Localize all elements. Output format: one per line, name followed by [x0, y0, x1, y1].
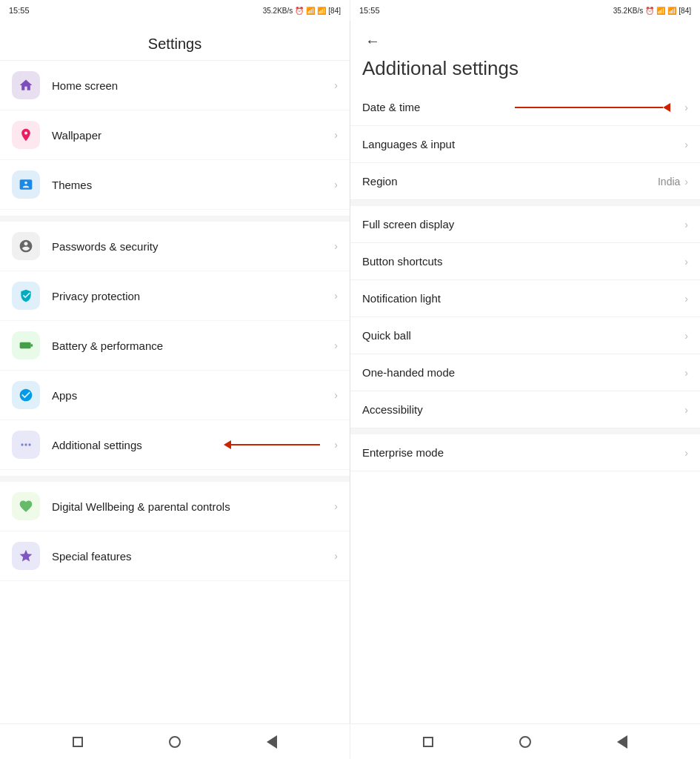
- additional-settings-arrow: ›: [334, 439, 338, 451]
- home-screen-arrow: ›: [334, 79, 338, 91]
- status-bar-left: 15:55 35.2KB/s ⏰ 📶 📶 [84]: [0, 0, 350, 21]
- themes-icon: [12, 170, 40, 199]
- network-speed-left: 35.2KB/s: [263, 7, 293, 15]
- sim-icon: 📶: [306, 7, 315, 15]
- battery-right: [84]: [679, 7, 691, 15]
- svg-point-4: [24, 443, 27, 445]
- back-button[interactable]: ←: [362, 30, 383, 53]
- digital-wellbeing-arrow: ›: [334, 500, 338, 512]
- svg-point-5: [28, 443, 30, 445]
- recents-icon-right: [423, 737, 433, 747]
- enterprise-mode-arrow: ›: [684, 447, 688, 459]
- sidebar-item-wallpaper[interactable]: Wallpaper ›: [0, 110, 350, 160]
- one-handed-mode-label: One-handed mode: [362, 366, 684, 379]
- full-screen-display-label: Full screen display: [362, 218, 684, 231]
- additional-item-languages-input[interactable]: Languages & input ›: [350, 126, 700, 163]
- battery-performance-label: Battery & performance: [52, 339, 334, 352]
- settings-list: Home screen › Wallpaper › Themes ›: [0, 61, 350, 723]
- sidebar-item-digital-wellbeing[interactable]: Digital Wellbeing & parental controls ›: [0, 482, 350, 531]
- additional-item-quick-ball[interactable]: Quick ball ›: [350, 317, 700, 354]
- screens-wrapper: MOBIGYAAN Settings Home screen › Wallpap…: [0, 21, 700, 723]
- additional-settings-header: ←: [350, 21, 700, 57]
- wallpaper-arrow: ›: [334, 129, 338, 141]
- additional-item-accessibility[interactable]: Accessibility ›: [350, 391, 700, 428]
- additional-group-1: Date & time › Languages & input › Region…: [350, 89, 700, 200]
- wallpaper-label: Wallpaper: [52, 129, 334, 142]
- date-time-arrow-left: [663, 103, 670, 112]
- digital-wellbeing-icon: [12, 492, 40, 520]
- bottom-nav-right: [350, 723, 700, 759]
- accessibility-arrow: ›: [684, 404, 688, 416]
- network-speed-right: 35.2KB/s: [613, 7, 644, 15]
- battery-performance-arrow: ›: [334, 339, 338, 351]
- passwords-security-icon: [12, 232, 40, 260]
- apps-label: Apps: [52, 389, 334, 402]
- additional-group-3: Enterprise mode ›: [350, 434, 700, 471]
- additional-divider-1: [350, 200, 700, 206]
- status-icons-left: 35.2KB/s ⏰ 📶 📶 [84]: [263, 7, 341, 15]
- arrow-line: [231, 444, 320, 445]
- accessibility-label: Accessibility: [362, 403, 684, 416]
- languages-input-arrow: ›: [684, 139, 688, 150]
- sidebar-item-passwords-security[interactable]: Passwords & security ›: [0, 222, 350, 271]
- sidebar-item-privacy-protection[interactable]: Privacy protection ›: [0, 271, 350, 321]
- enterprise-mode-label: Enterprise mode: [362, 446, 684, 459]
- home-button[interactable]: [167, 734, 183, 750]
- additional-settings-title: Additional settings: [350, 57, 700, 89]
- sim-icon-right: 📶: [656, 7, 665, 15]
- status-bar: 15:55 35.2KB/s ⏰ 📶 📶 [84] 15:55 35.2KB/s…: [0, 0, 700, 21]
- status-icons-right: 35.2KB/s ⏰ 📶 📶 [84]: [613, 7, 691, 15]
- special-features-icon: [12, 542, 40, 570]
- recents-button-right[interactable]: [420, 734, 436, 750]
- region-value: India: [658, 176, 680, 188]
- additional-group-2: Full screen display › Button shortcuts ›…: [350, 206, 700, 428]
- notification-light-arrow: ›: [684, 293, 688, 305]
- battery-performance-icon: [12, 331, 40, 359]
- additional-item-full-screen-display[interactable]: Full screen display ›: [350, 206, 700, 243]
- additional-settings-screen: ← Additional settings Date & time › Lang…: [350, 21, 700, 723]
- privacy-protection-icon: [12, 282, 40, 310]
- time-right: 15:55: [359, 6, 380, 15]
- settings-group-2: Passwords & security › Privacy protectio…: [0, 222, 350, 470]
- passwords-security-arrow: ›: [334, 240, 338, 252]
- wifi-icon-right: 📶: [667, 7, 676, 15]
- settings-group-3: Digital Wellbeing & parental controls › …: [0, 482, 350, 581]
- wallpaper-icon: [12, 121, 40, 149]
- additional-item-button-shortcuts[interactable]: Button shortcuts ›: [350, 243, 700, 280]
- special-features-label: Special features: [52, 550, 334, 563]
- sidebar-item-special-features[interactable]: Special features ›: [0, 531, 350, 581]
- sidebar-item-additional-settings[interactable]: Additional settings ›: [0, 420, 350, 470]
- themes-label: Themes: [52, 179, 334, 191]
- additional-item-one-handed-mode[interactable]: One-handed mode ›: [350, 354, 700, 391]
- privacy-protection-arrow: ›: [334, 290, 338, 302]
- additional-item-enterprise-mode[interactable]: Enterprise mode ›: [350, 434, 700, 471]
- back-nav-button-right[interactable]: [614, 734, 630, 750]
- home-screen-icon: [12, 71, 40, 99]
- battery-left: [84]: [328, 7, 341, 15]
- sidebar-item-themes[interactable]: Themes ›: [0, 160, 350, 210]
- status-bar-right: 15:55 35.2KB/s ⏰ 📶 📶 [84]: [350, 0, 700, 21]
- sidebar-item-home-screen[interactable]: Home screen ›: [0, 61, 350, 110]
- notification-light-label: Notification light: [362, 292, 684, 305]
- button-shortcuts-label: Button shortcuts: [362, 255, 684, 268]
- one-handed-mode-arrow: ›: [684, 367, 688, 379]
- additional-item-region[interactable]: Region India ›: [350, 163, 700, 200]
- sidebar-item-battery-performance[interactable]: Battery & performance ›: [0, 321, 350, 371]
- back-icon: [267, 735, 277, 749]
- recents-button[interactable]: [70, 734, 86, 750]
- special-features-arrow: ›: [334, 550, 338, 562]
- back-nav-button[interactable]: [264, 734, 280, 750]
- quick-ball-arrow: ›: [684, 330, 688, 342]
- additional-item-notification-light[interactable]: Notification light ›: [350, 280, 700, 317]
- home-button-right[interactable]: [517, 734, 533, 750]
- digital-wellbeing-label: Digital Wellbeing & parental controls: [52, 500, 334, 513]
- additional-settings-annotation: [224, 440, 320, 449]
- back-icon-right: [617, 735, 627, 749]
- sidebar-item-apps[interactable]: Apps ›: [0, 371, 350, 420]
- additional-divider-2: [350, 428, 700, 434]
- button-shortcuts-arrow: ›: [684, 256, 688, 268]
- additional-item-date-time[interactable]: Date & time ›: [350, 89, 700, 126]
- alarm-icon-right: ⏰: [645, 7, 654, 15]
- alarm-icon: ⏰: [295, 7, 304, 15]
- home-icon: [169, 736, 181, 748]
